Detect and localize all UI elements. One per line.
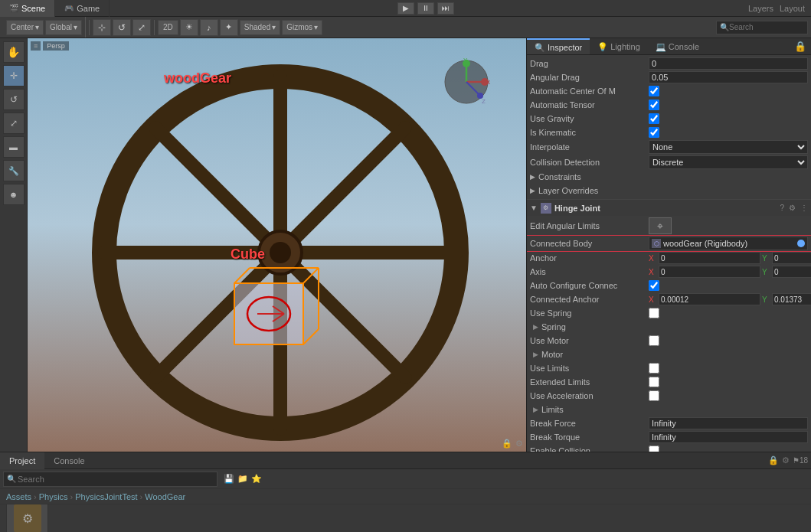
use-gravity-checkbox[interactable] [649,113,659,124]
rect-tool[interactable]: ▬ [3,136,25,158]
spring-subsection[interactable]: ▶ Spring [527,320,811,334]
svg-text:Z: Z [482,98,486,105]
bottom-lock-icon[interactable]: 🔒 [768,455,779,465]
project-tab[interactable]: Project [0,452,44,469]
persp-label[interactable]: Persp [43,41,69,51]
use-motor-checkbox[interactable] [649,335,659,346]
asset-item[interactable]: ⚙ [6,504,48,532]
lighting-tab[interactable]: 💡 Lighting [590,38,648,54]
connected-body-picker[interactable] [797,240,805,247]
scene-gizmo: Y X Z [442,57,492,107]
fx-toggle[interactable]: ✦ [220,19,238,36]
global-dropdown[interactable]: Global▾ [45,20,82,35]
transform-tool[interactable]: 🔧 [3,160,25,181]
bottom-search-input[interactable] [18,475,214,484]
auto-configure-checkbox[interactable] [649,280,659,291]
angular-drag-input[interactable] [649,71,808,83]
limits-subsection[interactable]: ▶ Limits [527,403,811,416]
use-spring-checkbox[interactable] [649,308,659,318]
constraints-row[interactable]: ▶ Constraints [527,170,811,184]
bottom-search-box[interactable]: 🔍 [3,472,217,487]
break-torque-label: Break Torque [530,432,649,442]
is-kinematic-checkbox[interactable] [649,127,659,138]
break-torque-input[interactable] [649,431,808,443]
console-tab-icon: 💻 [656,38,666,55]
inspector-tab[interactable]: 🔍 Inspector [527,38,590,54]
extended-limits-checkbox[interactable] [649,377,659,387]
axis-x-input[interactable] [659,266,760,278]
enable-collision-checkbox[interactable] [649,446,659,452]
angular-drag-label: Angular Drag [530,73,649,82]
cube-label: Cube [231,246,265,263]
anchor-x-input[interactable] [659,252,760,264]
breadcrumb-assets[interactable]: Assets [6,492,31,501]
axis-y-input[interactable] [772,266,811,278]
custom-tool[interactable]: ☻ [3,184,25,205]
rotate-tool[interactable]: ↺ [113,19,131,36]
hinge-joint-help[interactable]: ? [780,204,784,212]
anchor-y-input[interactable] [772,252,811,264]
play-button[interactable]: ▶ [397,2,414,15]
conn-anchor-x-input[interactable] [659,293,760,305]
use-motor-row: Use Motor [527,334,811,348]
break-force-input[interactable] [649,417,808,429]
hinge-joint-settings-icon[interactable]: ⚙ [789,204,796,212]
auto-tensor-checkbox[interactable] [649,100,659,110]
hinge-joint-header[interactable]: ▼ ⚙ Hinge Joint ? ⚙ ⋮ [527,199,811,216]
drag-input[interactable] [649,57,808,70]
step-button[interactable]: ⏭ [437,2,454,15]
conn-anchor-y-label: Y [762,295,771,304]
collision-detection-dropdown[interactable]: Discrete [649,155,808,169]
bottom-star-icon[interactable]: ⭐ [251,474,262,484]
use-acceleration-checkbox[interactable] [649,390,659,401]
move-tool-left[interactable]: ✛ [3,65,25,86]
game-tab[interactable]: 🎮 Game [55,0,110,17]
motor-subsection[interactable]: ▶ Motor [527,348,811,361]
svg-line-7 [155,128,280,253]
2d-toggle[interactable]: 2D [158,20,178,35]
breadcrumb-joint-test[interactable]: PhysicsJointTest [75,492,137,501]
rotate-tool-left[interactable]: ↺ [3,89,25,110]
search-icon: 🔍 [7,475,16,483]
bottom-save-icon[interactable]: 💾 [224,474,234,484]
move-tool[interactable]: ⊹ [93,19,111,36]
hinge-joint-overflow-icon[interactable]: ⋮ [800,204,808,212]
spring-arrow: ▶ [533,323,538,331]
bottom-folder-icon[interactable]: 📁 [237,474,248,484]
breadcrumb-woodgear[interactable]: WoodGear [145,492,185,501]
light-toggle[interactable]: ☀ [180,19,198,36]
constraints-label: Constraints [538,172,581,181]
breadcrumb: Assets › Physics › PhysicsJointTest › Wo… [0,489,811,504]
edit-angular-button[interactable]: ⌖ [649,217,672,234]
layers-label[interactable]: Layers [748,4,773,13]
gizmos-dropdown[interactable]: Gizmos▾ [282,20,322,35]
scale-tool[interactable]: ⤢ [132,19,151,36]
inspector-lock-icon[interactable]: 🔒 [794,41,806,52]
layer-overrides-row[interactable]: ▶ Layer Overrides [527,184,811,197]
console-tab[interactable]: 💻 Console [648,38,707,54]
bottom-settings-icon[interactable]: ⚙ [782,455,790,465]
search-input-top[interactable]: 🔍 [716,21,808,34]
hand-tool[interactable]: ✋ [3,41,25,63]
audio-toggle[interactable]: ♪ [200,19,218,36]
scene-lock-icon[interactable]: 🔒 [502,439,512,449]
spring-label: Spring [541,322,566,331]
constraints-arrow: ▶ [530,173,535,181]
use-motor-label: Use Motor [530,336,649,345]
scene-settings-icon[interactable]: ⚙ [515,439,523,449]
pause-button[interactable]: ⏸ [417,2,434,15]
center-dropdown[interactable]: Center▾ [6,20,44,35]
scene-tab[interactable]: 🎬 Scene [0,0,55,17]
scene-view-dropdown[interactable]: Shaded▾ [240,20,280,35]
breadcrumb-physics[interactable]: Physics [39,492,68,501]
layout-label[interactable]: Layout [780,4,805,13]
scale-tool-left[interactable]: ⤢ [3,113,25,134]
auto-center-checkbox[interactable] [649,86,659,96]
connected-anchor-row: Connected Anchor X Y Z [527,292,811,306]
console-bottom-tab[interactable]: Console [44,452,93,469]
interpolate-dropdown[interactable]: None [649,140,808,154]
use-limits-checkbox[interactable] [649,363,659,374]
bottom-area: Project Console 🔒 ⚙ ⚑18 🔍 💾 📁 ⭐ Assets ›… [0,452,811,532]
axis-y-label: Y [762,268,771,276]
conn-anchor-y-input[interactable] [772,293,811,305]
